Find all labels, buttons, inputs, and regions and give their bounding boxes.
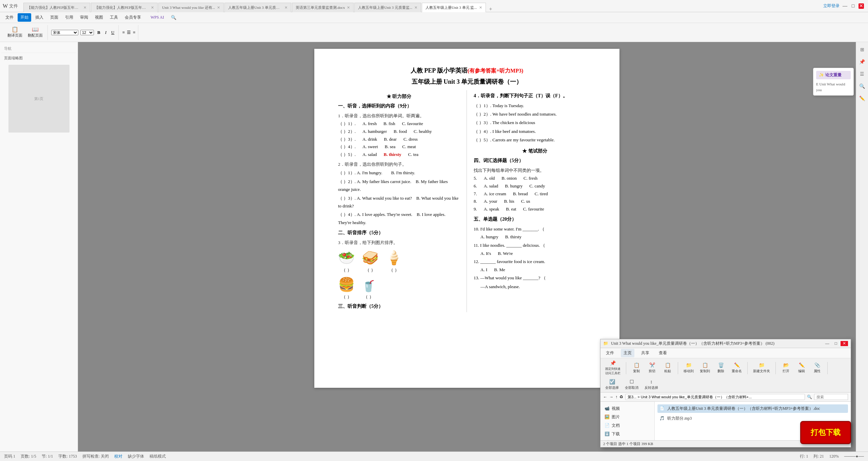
- col-indicator: 列: 21: [813, 454, 824, 459]
- fe-file-doc[interactable]: 📄 人教五年级上册Unit 3 单元质量调研卷（一）（含听力材料+听力MP3+参…: [657, 404, 848, 413]
- fe-sep-3: [747, 362, 748, 374]
- italic-button[interactable]: I: [104, 29, 108, 36]
- menu-ref[interactable]: 引用: [62, 13, 76, 22]
- close-tab-7[interactable]: ✕: [479, 5, 482, 10]
- fe-menu-home[interactable]: 主页: [621, 349, 634, 357]
- fe-btn-edit[interactable]: ✏️ 编辑: [795, 362, 808, 374]
- fe-btn-props[interactable]: 📎 属性: [810, 362, 824, 374]
- fe-address-input[interactable]: [625, 394, 805, 400]
- right-icon-1[interactable]: ⊞: [857, 45, 867, 54]
- part3-title: 三、听音判断（5分）: [338, 303, 460, 309]
- fe-forward-icon[interactable]: →: [609, 395, 613, 400]
- close-tab-2[interactable]: ✕: [151, 5, 154, 10]
- font-size-select[interactable]: 12: [80, 30, 94, 35]
- menu-view[interactable]: 视图: [92, 13, 106, 22]
- tab-2[interactable]: 【能力强化】人教PEP版五年级上册... ✕: [91, 3, 158, 12]
- download-button[interactable]: 打包下载: [800, 421, 851, 444]
- right-icon-4[interactable]: 🔍: [857, 81, 867, 91]
- font-family-select[interactable]: 宋体: [51, 30, 78, 35]
- fe-btn-cut[interactable]: ✂️ 剪切: [645, 362, 659, 374]
- fe-btn-pin[interactable]: 📌 固定到快速访问工具栏: [603, 360, 623, 376]
- close-tab-4[interactable]: ✕: [284, 5, 288, 10]
- tab-5[interactable]: 英语第三单元质量监查测.docx ✕: [292, 3, 354, 12]
- tab-6[interactable]: 人教五年级上册Unit 3 元质量监... ✕: [354, 3, 421, 12]
- fe-menu-view[interactable]: 查看: [656, 349, 670, 357]
- underline-button[interactable]: U: [110, 29, 116, 36]
- fe-nav-downloads[interactable]: ⬇️ 下载: [600, 430, 654, 438]
- fe-btn-deselect[interactable]: ☐ 全部取消: [623, 378, 640, 391]
- fe-btn-delete[interactable]: 🗑️ 删除: [714, 362, 728, 374]
- close-tab-5[interactable]: ✕: [347, 5, 350, 10]
- fe-search-input[interactable]: [814, 394, 848, 400]
- align-right-icon[interactable]: ≡: [133, 30, 135, 35]
- tab-3[interactable]: Unit 3 What would you like 还有... ✕: [158, 3, 224, 12]
- add-tab-button[interactable]: +: [487, 6, 495, 12]
- tab-4[interactable]: 人教五年级上册Unit 3 单元质量监... ✕: [224, 3, 291, 12]
- fe-btn-rename[interactable]: ✏️ 重命名: [730, 362, 744, 374]
- close-button[interactable]: ✕: [859, 3, 864, 9]
- menu-start[interactable]: 开始: [18, 13, 31, 22]
- fe-menu-share[interactable]: 共享: [638, 349, 652, 357]
- fe-btn-copy[interactable]: 📋 复制: [630, 362, 643, 374]
- fe-minimize-btn[interactable]: —: [823, 341, 831, 346]
- fe-search-icon[interactable]: 🔍: [807, 395, 812, 400]
- pair-icon: 📖: [32, 27, 39, 32]
- right-icon-3[interactable]: ☰: [857, 69, 867, 79]
- fe-menu-file[interactable]: 文件: [603, 349, 617, 357]
- right-panel: ⊞ 📌 ☰ 🔍 ✏️: [856, 42, 868, 452]
- right-icon-5[interactable]: ✏️: [857, 94, 867, 103]
- fe-btn-selectall[interactable]: ☑️ 全部选择: [603, 378, 621, 391]
- fe-nav-video[interactable]: 📹 视频: [600, 404, 654, 413]
- tab-7-active[interactable]: 人教五年级上册Unit 3 单元 监... ✕: [422, 3, 486, 12]
- login-label[interactable]: 立即登录: [823, 3, 840, 9]
- fe-btn-open[interactable]: 📂 打开: [779, 362, 793, 374]
- zoom-slider[interactable]: ────●──: [844, 454, 864, 459]
- fe-back-icon[interactable]: ←: [603, 395, 607, 400]
- menu-insert[interactable]: 插入: [33, 13, 46, 22]
- food-drink: 🥤 （ ）: [362, 280, 375, 300]
- align-center-icon[interactable]: ☰: [127, 30, 131, 35]
- ribbon-group-quicktools: 📋 翻译页面 📖 翻配页面: [3, 25, 48, 40]
- menu-page[interactable]: 页面: [47, 13, 61, 22]
- fe-btn-moveto[interactable]: 📁 移动到: [682, 362, 696, 374]
- fe-maximize-btn[interactable]: □: [833, 341, 839, 346]
- word-count: 字数: 1753: [58, 454, 77, 459]
- part2-title: 二、听音排序（5分）: [338, 230, 460, 236]
- fe-sep-1: [626, 362, 626, 374]
- app-icon-area: W 文件: [0, 3, 23, 9]
- search-icon[interactable]: 🔍: [171, 15, 176, 20]
- fe-nav-pictures[interactable]: 🖼️ 图片: [600, 413, 654, 421]
- menu-vip[interactable]: 会员专享: [122, 13, 144, 22]
- fe-close-btn[interactable]: ✕: [841, 341, 848, 346]
- mode-btn[interactable]: 稿纸模式: [150, 454, 166, 459]
- menu-wpsai[interactable]: WPS AI: [148, 14, 167, 21]
- tab-1[interactable]: 【能力强化】人教PEP版五年级上册... ✕: [23, 3, 90, 12]
- fe-btn-invertselect[interactable]: ↕️ 反转选择: [643, 379, 660, 391]
- fe-nav-documents[interactable]: 📄 文档: [600, 421, 654, 430]
- fe-refresh-icon[interactable]: ♻: [619, 395, 623, 400]
- proofread-btn[interactable]: 校对: [114, 454, 122, 459]
- section-indicator: 节: 1/1: [42, 454, 53, 459]
- ribbon-btn-pair-page[interactable]: 📖 翻配页面: [26, 25, 45, 39]
- fe-btn-copyto[interactable]: 📋 复制到: [698, 362, 712, 374]
- fe-btn-paste[interactable]: 📋 粘贴: [661, 362, 674, 374]
- menu-tools[interactable]: 工具: [107, 13, 121, 22]
- close-tab-1[interactable]: ✕: [83, 5, 86, 10]
- list-item: 10. I'd like some water. I'm _______. （: [474, 225, 596, 233]
- right-icon-2[interactable]: 📌: [857, 57, 867, 66]
- section1-divider: ★ 听力部分: [338, 94, 460, 100]
- list-item: （ ）5）. A. salad B. thirsty C. tea: [338, 151, 460, 158]
- maximize-button[interactable]: □: [850, 3, 856, 9]
- fe-btn-newfolder[interactable]: 📁 新建文件夹: [751, 362, 772, 374]
- delete-icon: 🗑️: [718, 362, 724, 368]
- minimize-button[interactable]: —: [842, 3, 848, 9]
- close-tab-6[interactable]: ✕: [414, 5, 417, 10]
- fe-title-bar: 📁 Unit 3 What would you like_单元质量调研卷（一）（…: [600, 339, 851, 348]
- fe-up-icon[interactable]: ↑: [615, 395, 617, 400]
- bold-button[interactable]: B: [96, 29, 102, 36]
- menu-file[interactable]: 文件: [3, 13, 16, 22]
- close-tab-3[interactable]: ✕: [217, 5, 220, 10]
- ribbon-btn-translate-page[interactable]: 📋 翻译页面: [5, 25, 24, 39]
- align-left-icon[interactable]: ≡: [122, 30, 124, 35]
- menu-review[interactable]: 审阅: [77, 13, 91, 22]
